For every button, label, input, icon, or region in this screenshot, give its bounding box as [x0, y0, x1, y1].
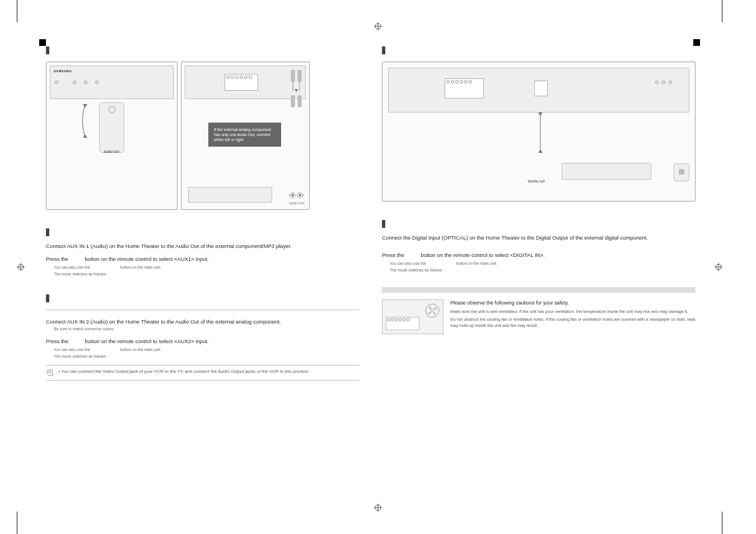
section-marker-icon: [46, 46, 49, 54]
registration-mark-icon: [17, 263, 25, 271]
digital-out-label: DIGITAL OUT: [525, 180, 548, 183]
svg-rect-19: [291, 96, 295, 107]
section-marker-icon: [382, 46, 385, 54]
optical-cable-icon: [536, 113, 544, 157]
svg-marker-30: [538, 113, 543, 116]
note-text: • You can connect the Video Output jack …: [58, 369, 309, 377]
device-front-figure: SAMSUNG AUDIO OUT: [46, 62, 178, 210]
fan-line1: Make sure the unit is well-ventilated. I…: [450, 309, 696, 315]
aux1-sub-a: You can also use the: [54, 265, 90, 269]
optical-step2: Press the button on the remote control t…: [382, 251, 696, 259]
section-marker-icon: [46, 228, 49, 236]
optical-out-icon: [674, 163, 689, 181]
svg-rect-20: [298, 96, 301, 107]
speech-bubble: If the external analog component has onl…: [208, 123, 281, 147]
note-box: • You can connect the Video Output jack …: [46, 365, 360, 381]
optical-sub-a: You can also use the: [390, 261, 426, 265]
rca-jacks-icon: L R: [289, 190, 305, 201]
audio-out-label: AUDIO OUT: [100, 150, 124, 153]
svg-rect-14: [291, 70, 295, 81]
svg-text:R: R: [303, 194, 305, 197]
fan-icon: [424, 302, 441, 319]
mp3-player-icon: AUDIO OUT: [99, 102, 124, 153]
aux2-step2: Press the button on the remote control t…: [46, 338, 360, 345]
svg-marker-13: [83, 134, 87, 138]
audio-out-label-2: AUDIO OUT: [289, 202, 305, 205]
aux2-sub-b: button on the main unit.: [120, 348, 161, 352]
optical-step1: Connect the Digital Input (OPTICAL) on t…: [382, 234, 696, 241]
aux2-mode-switches: The mode switches as follows :: [54, 354, 360, 359]
device-back-optical-figure: DIGITAL OUT: [382, 62, 696, 202]
optical-sub-b: button on the main unit.: [456, 261, 497, 265]
section-divider-bar: [382, 287, 696, 293]
svg-point-24: [298, 194, 301, 197]
amplifier-icon: [562, 163, 651, 180]
note-icon: [46, 369, 54, 377]
optical-step2-prefix: Press the: [382, 252, 404, 258]
registration-mark-icon: [374, 22, 382, 30]
amplifier-icon: [188, 187, 272, 203]
svg-marker-12: [83, 104, 87, 107]
aux1-step2: Press the button on the remote control t…: [46, 255, 360, 263]
svg-text:L: L: [289, 194, 291, 197]
aux2-step1: Connect AUX IN 2 (Audio) on the Home The…: [46, 318, 360, 325]
svg-marker-18: [295, 89, 298, 92]
aux2-step2-suffix: button on the remote control to select <…: [85, 338, 208, 344]
optical-step2-suffix: button on the remote control to select <…: [421, 252, 544, 258]
fan-line2: Do not obstruct the cooling fan or venti…: [450, 317, 696, 329]
aux1-step1: Connect AUX IN 1 (Audio) on the Home The…: [46, 242, 360, 250]
aux1-step2-prefix: Press the: [46, 256, 68, 262]
rca-cable-icon: [287, 70, 306, 109]
section-marker-icon: [46, 294, 49, 302]
cooling-fan-figure: [382, 299, 444, 334]
fan-caption: Please observe the following cautions fo…: [450, 299, 696, 307]
aux1-mode-switches: The mode switches as follows :: [54, 271, 360, 277]
svg-point-22: [291, 194, 294, 197]
registration-mark-icon: [715, 263, 722, 271]
svg-rect-15: [298, 70, 301, 81]
aux2-sub-a: You can also use the: [54, 348, 90, 352]
aux2-step2-prefix: Press the: [46, 338, 68, 344]
optical-mode-switches: The mode switches as follows :: [390, 268, 696, 273]
aux1-sub-b: button on the main unit.: [120, 265, 161, 269]
aux1-step2-suffix: button on the remote control to select <…: [85, 256, 208, 262]
device-back-figure: If the external analog component has onl…: [181, 62, 310, 210]
brand-label: SAMSUNG: [54, 69, 72, 73]
aux2-colors-note: Be sure to match connector colors.: [54, 326, 360, 332]
section-marker-icon: [382, 220, 385, 228]
svg-marker-31: [538, 149, 543, 153]
registration-mark-icon: [374, 504, 382, 512]
